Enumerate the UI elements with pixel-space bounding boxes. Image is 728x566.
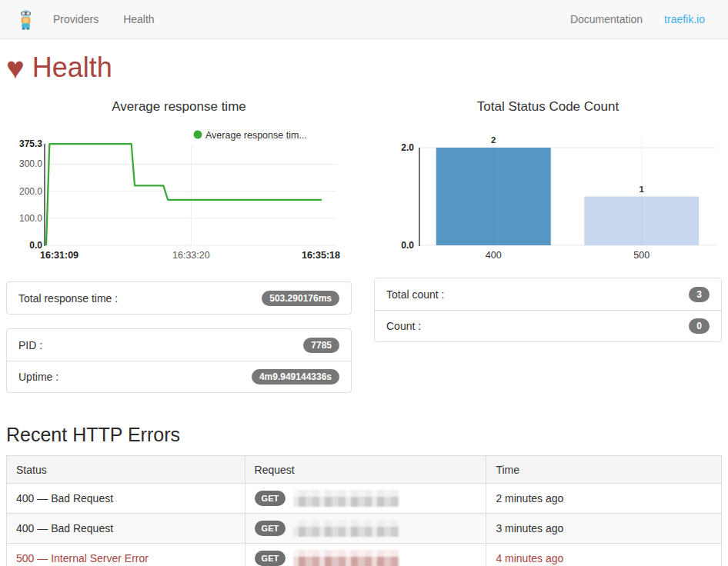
table-row: 400 — Bad Request GET 2 minutes ago	[7, 484, 722, 514]
time-cell: 3 minutes ago	[486, 514, 722, 544]
count-panel: Total count : 3 Count : 0	[374, 278, 722, 342]
nav-link-traefik-io[interactable]: traefik.io	[664, 13, 705, 25]
top-navbar: Providers Health Documentation traefik.i…	[0, 0, 728, 39]
stat-label: Total count :	[386, 288, 445, 301]
average-response-time-chart: 375.3300.0200.0100.00.016:31:0916:33:201…	[6, 125, 352, 265]
svg-text:2: 2	[491, 135, 496, 145]
request-cell: GET	[245, 514, 486, 544]
heart-icon: ♥	[6, 54, 25, 82]
svg-text:300.0: 300.0	[19, 158, 42, 169]
request-cell: GET	[245, 544, 486, 566]
svg-text:16:33:20: 16:33:20	[172, 250, 210, 261]
method-badge: GET	[255, 521, 286, 536]
stat-label: Uptime :	[18, 371, 58, 383]
response-time-chart-title: Average response time	[6, 99, 352, 116]
stat-label: Count :	[386, 320, 421, 332]
nav-link-documentation[interactable]: Documentation	[570, 13, 643, 25]
navbar-right: Documentation traefik.io	[549, 13, 705, 25]
nav-link-providers[interactable]: Providers	[53, 13, 99, 25]
svg-text:500: 500	[633, 250, 650, 261]
status-cell: 400 — Bad Request	[7, 484, 245, 514]
process-info-panel: PID : 7785 Uptime : 4m9.949144336s	[6, 328, 352, 393]
status-cell: 400 — Bad Request	[7, 514, 245, 544]
total-status-code-count-chart: 212.00.0400500	[374, 125, 722, 265]
stat-row-total-response-time: Total response time : 503.290176ms	[7, 282, 351, 314]
svg-text:Average response tim...: Average response tim...	[205, 130, 307, 141]
svg-text:2.0: 2.0	[401, 142, 414, 153]
svg-text:0.0: 0.0	[29, 240, 42, 251]
svg-text:100.0: 100.0	[19, 213, 42, 224]
http-errors-table: Status Request Time 400 — Bad Request GE…	[6, 455, 722, 566]
svg-text:200.0: 200.0	[19, 186, 42, 197]
page-title-text: Health	[32, 52, 112, 84]
column-header-status: Status	[7, 456, 245, 484]
traefik-logo-icon[interactable]	[18, 9, 33, 30]
stat-value-badge: 503.290176ms	[262, 291, 339, 306]
redacted-url	[293, 550, 399, 566]
method-badge: GET	[255, 491, 286, 506]
stat-row-count: Count : 0	[375, 310, 721, 341]
status-code-chart-title: Total Status Code Count	[374, 99, 722, 116]
table-row: 400 — Bad Request GET 3 minutes ago	[7, 514, 722, 544]
time-cell: 2 minutes ago	[486, 484, 722, 514]
stat-value-badge: 7785	[303, 338, 339, 353]
total-response-time-panel: Total response time : 503.290176ms	[6, 281, 352, 315]
method-badge: GET	[255, 551, 286, 566]
time-cell: 4 minutes ago	[486, 544, 722, 566]
page-title: ♥ Health	[6, 52, 722, 84]
stat-value-badge: 3	[689, 287, 710, 302]
stat-value-badge: 0	[689, 318, 710, 334]
svg-text:0.0: 0.0	[401, 240, 414, 251]
redacted-url	[293, 490, 399, 507]
stat-label: PID :	[18, 339, 42, 351]
redacted-url	[293, 520, 399, 537]
recent-http-errors-title: Recent HTTP Errors	[6, 424, 722, 446]
svg-text:16:31:09: 16:31:09	[40, 250, 78, 261]
column-header-time: Time	[486, 456, 722, 484]
svg-text:375.3: 375.3	[19, 138, 42, 149]
svg-text:400: 400	[486, 250, 502, 261]
nav-link-health[interactable]: Health	[123, 13, 154, 25]
stat-row-uptime: Uptime : 4m9.949144336s	[7, 361, 351, 392]
stat-row-total-count: Total count : 3	[375, 278, 721, 310]
stat-row-pid: PID : 7785	[7, 329, 351, 361]
svg-text:1: 1	[640, 185, 645, 194]
column-header-request: Request	[245, 456, 486, 484]
table-header-row: Status Request Time	[7, 456, 722, 484]
svg-text:16:35:18: 16:35:18	[302, 250, 340, 261]
status-cell: 500 — Internal Server Error	[7, 544, 245, 566]
table-row: 500 — Internal Server Error GET 4 minute…	[7, 544, 722, 566]
request-cell: GET	[245, 484, 486, 514]
stat-label: Total response time :	[18, 292, 118, 305]
stat-value-badge: 4m9.949144336s	[252, 369, 339, 385]
